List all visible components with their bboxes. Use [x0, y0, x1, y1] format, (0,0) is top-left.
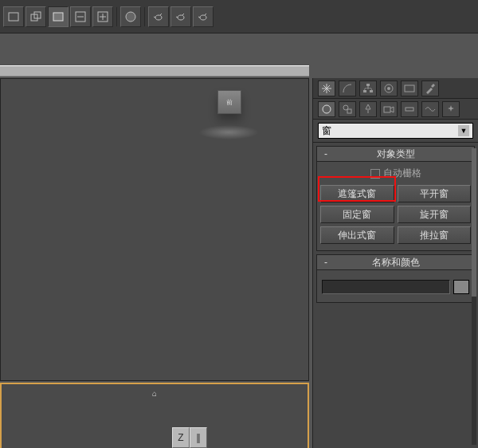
panel-tab-row-2 [313, 99, 478, 120]
hierarchy-icon [362, 83, 374, 94]
main-area: 前 ⌂ Z ‖ [0, 33, 478, 448]
subtab-cameras[interactable] [380, 101, 398, 117]
subtab-spacewarps[interactable] [421, 101, 439, 117]
svg-rect-9 [370, 90, 373, 92]
asterisk-icon [321, 83, 332, 94]
display-icon [404, 83, 415, 94]
panel-tab-row-1 [313, 78, 478, 99]
toolbar-teapot-2[interactable] [170, 6, 191, 27]
rollout-name-color: - 名称和颜色 [316, 254, 475, 303]
subtab-helpers[interactable] [401, 101, 418, 117]
teapot-icon [174, 10, 187, 23]
motion-icon [383, 83, 394, 94]
scrollbar-thumb[interactable] [472, 148, 476, 297]
rollout-header-object-type[interactable]: - 对象类型 [316, 146, 475, 162]
subtab-systems[interactable] [442, 101, 460, 117]
viewport[interactable]: 前 [0, 78, 309, 381]
arc-icon [342, 83, 353, 94]
viewport-lower-active[interactable]: ⌂ [0, 383, 309, 448]
subtab-geometry[interactable] [318, 101, 335, 117]
svg-rect-15 [347, 109, 351, 113]
type-btn-awning[interactable]: 遮篷式窗 [320, 185, 394, 202]
shapes-icon [342, 104, 353, 115]
rollout-title: 名称和颜色 [317, 256, 474, 269]
autogrid-row: 自动栅格 [320, 167, 471, 180]
teapot-icon [197, 10, 210, 23]
chevron-down-icon: ▼ [458, 125, 469, 136]
rollout-object-type: - 对象类型 自动栅格 遮篷式窗 平开窗 固定窗 旋开窗 伸出式窗 推拉窗 [316, 146, 475, 251]
svg-rect-17 [406, 108, 413, 111]
color-swatch[interactable] [453, 280, 469, 294]
toolbar-teapot-1[interactable] [148, 6, 169, 27]
tab-hierarchy[interactable] [359, 81, 377, 96]
wave-icon [425, 104, 436, 115]
toolbar-btn-2[interactable] [25, 6, 46, 27]
svg-point-6 [126, 12, 135, 22]
toolbar-btn-5[interactable] [92, 6, 113, 27]
top-toolbar [0, 0, 478, 33]
toolbar-btn-1[interactable] [3, 6, 24, 27]
tab-display[interactable] [401, 81, 418, 96]
light-icon [362, 104, 374, 115]
command-panel: 窗 ▼ - 对象类型 自动栅格 遮篷式窗 平开窗 固定窗 旋开窗 伸 [312, 78, 478, 448]
tab-modify[interactable] [339, 81, 356, 96]
subtab-lights[interactable] [359, 101, 377, 117]
category-dropdown-row: 窗 ▼ [313, 120, 478, 143]
tab-create[interactable] [318, 81, 335, 96]
svg-rect-3 [53, 13, 63, 21]
secondary-bar [0, 65, 309, 77]
type-btn-casement[interactable]: 平开窗 [398, 185, 472, 202]
svg-point-13 [323, 105, 331, 113]
toolbar-teapot-3[interactable] [193, 6, 214, 27]
sparkle-icon [445, 104, 456, 115]
object-name-input[interactable] [322, 280, 450, 294]
tape-icon [404, 104, 415, 115]
dropdown-value: 窗 [322, 124, 331, 138]
sphere-icon [321, 104, 332, 115]
rollout-toggle-icon: - [322, 150, 330, 158]
subtab-shapes[interactable] [339, 101, 356, 117]
hammer-icon [425, 83, 436, 94]
category-dropdown[interactable]: 窗 ▼ [318, 123, 473, 139]
rollout-body-object-type: 自动栅格 遮篷式窗 平开窗 固定窗 旋开窗 伸出式窗 推拉窗 [316, 162, 475, 251]
tab-motion[interactable] [380, 81, 398, 96]
svg-rect-16 [384, 107, 390, 112]
svg-point-11 [387, 87, 390, 90]
axis-z-button[interactable]: Z [172, 427, 190, 448]
tab-utilities[interactable] [421, 81, 439, 96]
type-btn-pivoted[interactable]: 旋开窗 [398, 206, 472, 223]
panel-scrollbar[interactable] [472, 148, 476, 445]
svg-rect-7 [366, 84, 370, 86]
teapot-icon [152, 10, 165, 23]
rollout-header-name-color[interactable]: - 名称和颜色 [316, 254, 475, 270]
axis-lock-button[interactable]: ‖ [190, 427, 207, 448]
toolbar-separator [116, 7, 117, 26]
type-btn-fixed[interactable]: 固定窗 [320, 206, 394, 223]
camera-icon [383, 104, 394, 115]
viewcube-label: 前 [226, 98, 233, 107]
toolbar-separator-2 [144, 7, 145, 26]
object-type-grid: 遮篷式窗 平开窗 固定窗 旋开窗 伸出式窗 推拉窗 [320, 185, 471, 244]
autogrid-label: 自动栅格 [383, 167, 421, 180]
svg-rect-8 [363, 90, 366, 92]
rollout-toggle-icon: - [322, 258, 330, 266]
viewcube[interactable]: 前 [217, 90, 241, 114]
svg-rect-0 [9, 13, 18, 21]
home-icon[interactable]: ⌂ [152, 389, 157, 398]
toolbar-btn-4[interactable] [70, 6, 91, 27]
axis-controls: Z ‖ [172, 427, 207, 448]
toolbar-btn-3-active[interactable] [48, 6, 69, 27]
viewcube-shadow [198, 125, 259, 140]
svg-rect-12 [405, 85, 414, 92]
rollout-title: 对象类型 [317, 147, 474, 161]
name-color-row [320, 275, 471, 296]
type-btn-projected[interactable]: 伸出式窗 [320, 226, 394, 244]
type-btn-sliding[interactable]: 推拉窗 [398, 226, 472, 244]
toolbar-btn-6[interactable] [120, 6, 141, 27]
rollout-body-name-color [316, 270, 475, 303]
autogrid-checkbox[interactable] [370, 169, 380, 179]
